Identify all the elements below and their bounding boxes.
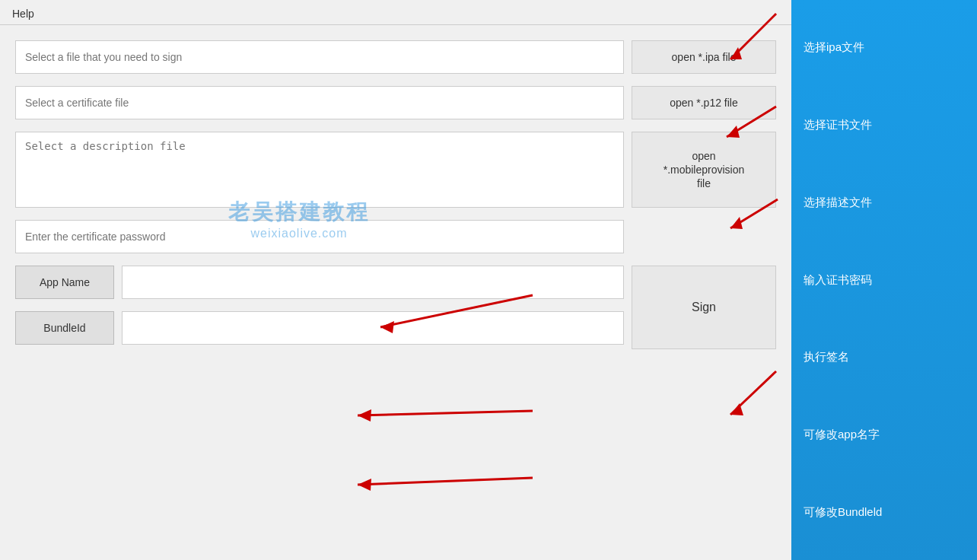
sign-button[interactable]: Sign [632, 266, 776, 349]
appname-input[interactable] [122, 266, 624, 299]
sidebar-label-bundleid: 可修改Bundleld [804, 505, 882, 520]
sidebar-label-password: 输入证书密码 [804, 273, 872, 288]
appname-row: App Name [15, 266, 624, 299]
sidebar-item-certificate: 选择证书文件 [797, 87, 971, 164]
left-inputs: App Name BundleId [15, 266, 624, 349]
sidebar-item-ipa: 选择ipa文件 [797, 9, 971, 87]
bundleid-label: BundleId [15, 311, 114, 345]
ipa-row: open *.ipa file [15, 40, 776, 74]
password-row [15, 220, 776, 253]
description-input[interactable] [15, 132, 624, 208]
title-bar: Help [0, 0, 791, 25]
sidebar-item-appname: 可修改app名字 [797, 396, 971, 474]
sidebar-label-sign: 执行签名 [804, 350, 849, 364]
description-row: open*.mobileprovisionfile [15, 132, 776, 208]
bundleid-input[interactable] [122, 311, 624, 345]
sidebar-item-description: 选择描述文件 [797, 164, 971, 241]
certificate-row: open *.p12 file [15, 86, 776, 119]
sidebar-label-appname: 可修改app名字 [804, 428, 880, 442]
main-content: open *.ipa file open *.p12 file open*.mo… [0, 25, 791, 560]
open-p12-button[interactable]: open *.p12 file [632, 86, 776, 119]
sidebar: 选择ipa文件 选择证书文件 选择描述文件 输入证书密码 执行签名 可修改app… [791, 0, 977, 560]
open-mobileprovision-button[interactable]: open*.mobileprovisionfile [632, 132, 776, 208]
sidebar-item-sign: 执行签名 [797, 319, 971, 396]
ipa-input[interactable] [15, 40, 624, 74]
bundleid-row: BundleId [15, 311, 624, 345]
sidebar-item-bundleid: 可修改Bundleld [797, 473, 971, 551]
sidebar-item-password: 输入证书密码 [797, 241, 971, 319]
certificate-input[interactable] [15, 86, 624, 119]
password-input[interactable] [15, 220, 624, 253]
sidebar-label-ipa: 选择ipa文件 [804, 40, 864, 55]
open-ipa-button[interactable]: open *.ipa file [632, 40, 776, 74]
sidebar-label-certificate: 选择证书文件 [804, 118, 872, 132]
sidebar-label-description: 选择描述文件 [804, 196, 872, 210]
window-title: Help [12, 8, 34, 20]
appname-bundleid-sign-section: App Name BundleId Sign [15, 266, 776, 349]
appname-label: App Name [15, 266, 114, 299]
